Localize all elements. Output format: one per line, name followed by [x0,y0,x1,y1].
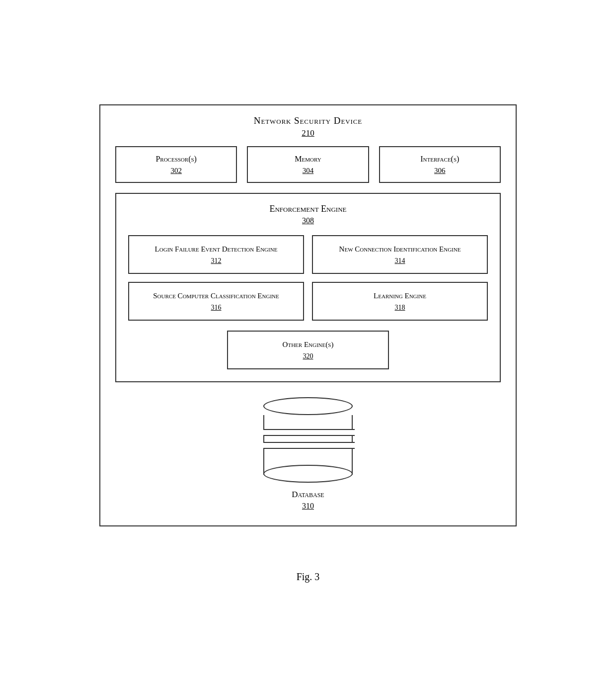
interface-number: 306 [390,167,490,175]
other-engine-title: Other Engine(s) [243,340,373,349]
outer-box-number: 210 [115,128,501,138]
login-failure-engine-title: Login Failure Event Detection Engine [136,244,296,254]
memory-box: Memory 304 [247,146,369,183]
cylinder-stripe-2 [263,442,355,449]
learning-engine-title: Learning Engine [320,291,480,301]
cylinder-top [263,397,353,415]
cylinder-stripe-1 [263,429,355,436]
processor-title: Processor(s) [126,154,226,165]
engine-grid: Login Failure Event Detection Engine 312… [128,235,488,321]
source-computer-engine-box: Source Computer Classification Engine 31… [128,282,304,321]
learning-engine-number: 318 [320,304,480,312]
enforcement-engine-box: Enforcement Engine 308 Login Failure Eve… [115,193,501,383]
top-components-row: Processor(s) 302 Memory 304 Interface(s)… [115,146,501,183]
database-container: Database 310 [115,397,501,511]
enforcement-number: 308 [128,216,488,225]
interface-title: Interface(s) [390,154,490,165]
processor-box: Processor(s) 302 [115,146,237,183]
database-label-area: Database 310 [292,490,324,511]
learning-engine-box: Learning Engine 318 [312,282,488,321]
cylinder-body [263,415,353,475]
source-computer-engine-title: Source Computer Classification Engine [136,291,296,301]
memory-number: 304 [258,167,358,175]
network-security-device-box: Network Security Device 210 Processor(s)… [99,104,517,527]
login-failure-engine-number: 312 [136,257,296,265]
new-connection-engine-number: 314 [320,257,480,265]
new-connection-engine-title: New Connection Identification Engine [320,244,480,254]
database-cylinder [263,397,353,475]
enforcement-title: Enforcement Engine [128,204,488,214]
source-computer-engine-number: 316 [136,304,296,312]
cylinder-bottom-ellipse [263,465,353,483]
outer-box-title: Network Security Device [115,115,501,126]
new-connection-engine-box: New Connection Identification Engine 314 [312,235,488,274]
database-number: 310 [292,502,324,511]
figure-label: Fig. 3 [297,571,320,583]
diagram-container: Network Security Device 210 Processor(s)… [84,89,532,598]
other-engine-box: Other Engine(s) 320 [227,331,389,369]
other-engine-number: 320 [243,352,373,360]
memory-title: Memory [258,154,358,165]
processor-number: 302 [126,167,226,175]
interface-box: Interface(s) 306 [379,146,501,183]
other-engine-row: Other Engine(s) 320 [128,331,488,369]
login-failure-engine-box: Login Failure Event Detection Engine 312 [128,235,304,274]
database-title: Database [292,490,324,500]
